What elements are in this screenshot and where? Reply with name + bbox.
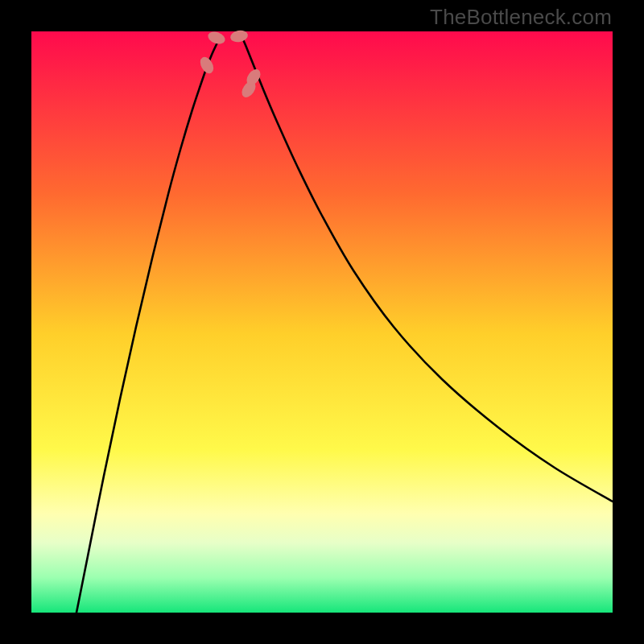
plot-area [31,31,613,613]
curve-svg [31,31,613,613]
watermark-text: TheBottleneck.com [430,5,612,30]
right-branch-curve [242,38,613,502]
point-cluster-left [197,55,216,76]
left-branch-curve [76,38,220,613]
point-bottom-right [229,29,249,43]
point-bottom-left [206,30,226,47]
chart-frame: TheBottleneck.com [0,0,644,644]
